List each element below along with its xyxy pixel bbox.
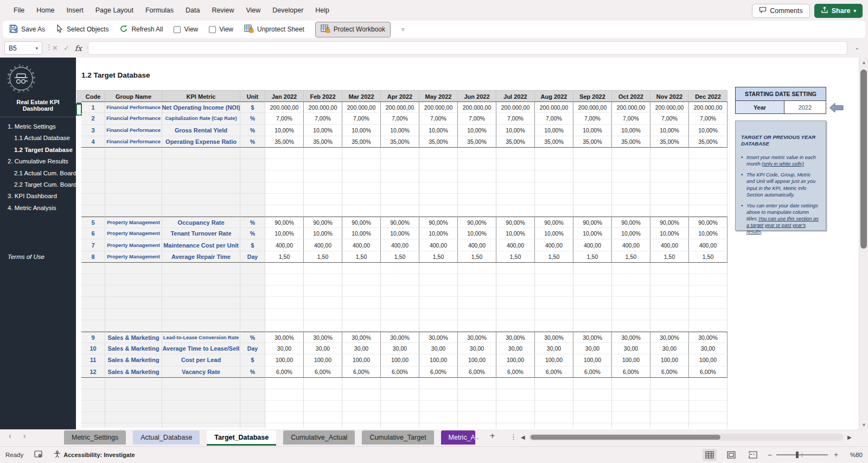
cell-empty[interactable] <box>381 286 419 297</box>
cell-month-value[interactable]: 200.000,00 <box>535 102 573 113</box>
cell-empty[interactable] <box>650 401 689 412</box>
formula-bar-expand-icon[interactable]: ⌄ <box>855 45 859 50</box>
cell-empty[interactable] <box>342 423 381 428</box>
cell-month-value[interactable]: 30,00 <box>689 343 727 354</box>
cell-empty[interactable] <box>265 401 304 412</box>
cell-empty[interactable] <box>265 297 304 308</box>
cell-month-value[interactable]: 10,00% <box>689 125 727 136</box>
cell-month-value[interactable]: 90,00% <box>342 217 381 228</box>
page-layout-view-icon[interactable] <box>724 449 738 461</box>
cell-month-value[interactable]: 10,00% <box>419 125 458 136</box>
cell-month-value[interactable]: 30,00% <box>381 332 419 343</box>
cell-month-value[interactable]: 400,00 <box>342 239 381 251</box>
cell-empty[interactable] <box>81 205 105 217</box>
cell-month-value[interactable]: 6,00% <box>573 366 612 378</box>
add-sheet-icon[interactable]: + <box>490 431 495 441</box>
cell-empty[interactable] <box>240 148 265 159</box>
cell-month-value[interactable]: 400,00 <box>381 239 419 251</box>
fill-handle[interactable] <box>80 113 82 116</box>
cell-empty[interactable] <box>496 423 535 428</box>
menu-tab-insert[interactable]: Insert <box>61 2 90 18</box>
cell-unit[interactable]: % <box>240 113 265 124</box>
cell-kpi-metric[interactable]: Cost per Lead <box>162 354 240 366</box>
cell-empty[interactable] <box>265 194 304 205</box>
cell-month-value[interactable]: 10,00% <box>342 228 381 239</box>
menu-tab-view[interactable]: View <box>240 2 266 18</box>
cell-month-value[interactable]: 90,00% <box>419 217 458 228</box>
cell-empty[interactable] <box>573 205 612 217</box>
cell-empty[interactable] <box>419 182 458 194</box>
cell-empty[interactable] <box>304 182 342 194</box>
name-box[interactable]: B5 ▾ <box>4 41 42 55</box>
cell-month-value[interactable]: 90,00% <box>304 217 342 228</box>
cell-empty[interactable] <box>496 274 535 286</box>
tab-options-icon[interactable]: ⋮ <box>510 433 517 441</box>
cell-empty[interactable] <box>342 159 381 170</box>
cell-month-value[interactable]: 6,00% <box>650 366 689 378</box>
cell-empty[interactable] <box>419 286 458 297</box>
cell-empty[interactable] <box>612 263 650 274</box>
cell-month-value[interactable]: 10,00% <box>342 125 381 136</box>
cell-month-value[interactable]: 1,50 <box>342 251 381 263</box>
cell-empty[interactable] <box>240 170 265 182</box>
cell-month-value[interactable]: 35,00% <box>612 136 650 148</box>
cell-month-value[interactable]: 30,00 <box>573 343 612 354</box>
cell-empty[interactable] <box>573 148 612 159</box>
cell-month-value[interactable]: 35,00% <box>419 136 458 148</box>
sidebar-item-3-kpi-dashboard[interactable]: 3. KPI Dashboard <box>0 191 76 202</box>
cell-empty[interactable] <box>573 274 612 286</box>
cell-empty[interactable] <box>535 159 573 170</box>
cell-group-name[interactable]: Sales & Marketing <box>105 366 162 378</box>
cell-month-value[interactable]: 35,00% <box>496 136 535 148</box>
cell-unit[interactable]: % <box>240 366 265 378</box>
cell-kpi-metric[interactable]: Tenant Turnover Rate <box>162 228 240 239</box>
cell-empty[interactable] <box>240 309 265 320</box>
cell-empty[interactable] <box>573 286 612 297</box>
cell-empty[interactable] <box>496 412 535 423</box>
cell-empty[interactable] <box>265 148 304 159</box>
cell-empty[interactable] <box>381 205 419 217</box>
cell-empty[interactable] <box>240 205 265 217</box>
cell-group-name[interactable]: Financial Performance <box>105 113 162 124</box>
cell-month-value[interactable]: 10,00% <box>458 125 496 136</box>
cell-empty[interactable] <box>162 320 240 332</box>
cell-empty[interactable] <box>342 286 381 297</box>
cell-month-value[interactable]: 6,00% <box>612 366 650 378</box>
cell-month-value[interactable]: 35,00% <box>304 136 342 148</box>
cell-month-value[interactable]: 10,00% <box>419 228 458 239</box>
cell-month-value[interactable]: 90,00% <box>265 217 304 228</box>
cell-empty[interactable] <box>265 423 304 428</box>
cell-empty[interactable] <box>650 205 689 217</box>
cell-empty[interactable] <box>240 423 265 428</box>
cell-empty[interactable] <box>419 205 458 217</box>
year-value-cell[interactable]: 2022 <box>784 100 826 114</box>
cell-month-value[interactable]: 10,00% <box>573 228 612 239</box>
cell-empty[interactable] <box>105 389 162 401</box>
cell-month-value[interactable]: 1,50 <box>650 251 689 263</box>
cell-unit[interactable]: $ <box>240 102 265 113</box>
cell-empty[interactable] <box>342 194 381 205</box>
confirm-entry-icon[interactable]: ✓ <box>63 44 69 52</box>
cell-empty[interactable] <box>689 205 727 217</box>
cell-empty[interactable] <box>162 286 240 297</box>
cell-empty[interactable] <box>265 263 304 274</box>
cell-empty[interactable] <box>81 378 105 389</box>
cell-empty[interactable] <box>81 263 105 274</box>
cell-month-value[interactable]: 30,00 <box>612 343 650 354</box>
cell-empty[interactable] <box>162 412 240 423</box>
cell-empty[interactable] <box>105 263 162 274</box>
cell-month-value[interactable]: 400,00 <box>650 239 689 251</box>
cell-empty[interactable] <box>381 170 419 182</box>
zoom-out-icon[interactable]: − <box>768 451 772 459</box>
cell-unit[interactable]: $ <box>240 354 265 366</box>
cell-empty[interactable] <box>419 412 458 423</box>
cell-month-value[interactable]: 10,00% <box>689 228 727 239</box>
cell-empty[interactable] <box>535 378 573 389</box>
cell-empty[interactable] <box>342 320 381 332</box>
cell-empty[interactable] <box>573 297 612 308</box>
cell-empty[interactable] <box>535 423 573 428</box>
cell-empty[interactable] <box>689 148 727 159</box>
cell-empty[interactable] <box>573 378 612 389</box>
cell-empty[interactable] <box>689 401 727 412</box>
cell-empty[interactable] <box>381 148 419 159</box>
